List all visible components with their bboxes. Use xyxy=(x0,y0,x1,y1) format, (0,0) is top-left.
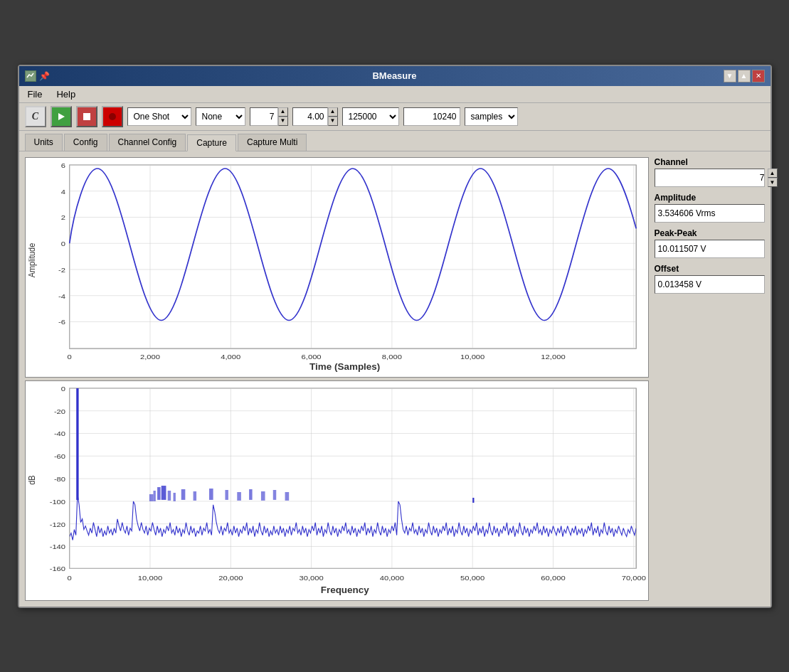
svg-text:6: 6 xyxy=(60,161,65,169)
amplitude-label: Amplitude xyxy=(655,193,765,203)
svg-text:60,000: 60,000 xyxy=(541,573,565,581)
gain-down-button[interactable]: ▼ xyxy=(328,117,338,126)
main-window: 📌 BMeasure ▼ ▲ ✕ File Help C One Shot Co… xyxy=(18,65,772,608)
svg-point-2 xyxy=(109,113,116,120)
window-title: BMeasure xyxy=(372,70,416,81)
svg-rect-90 xyxy=(285,491,289,500)
svg-rect-80 xyxy=(167,491,170,501)
offset-value xyxy=(655,275,765,294)
menu-bar: File Help xyxy=(19,86,771,103)
filter-select[interactable]: None Low Pass High Pass xyxy=(196,107,245,126)
channel-input[interactable] xyxy=(250,107,278,126)
unit-select[interactable]: samples seconds xyxy=(465,107,518,126)
tab-bar: Units Config Channel Config Capture Capt… xyxy=(19,131,771,151)
svg-text:4,000: 4,000 xyxy=(221,352,240,360)
svg-text:4: 4 xyxy=(60,187,65,195)
svg-text:2,000: 2,000 xyxy=(139,352,159,360)
svg-rect-3 xyxy=(69,164,635,348)
svg-rect-81 xyxy=(173,492,175,501)
record-button[interactable] xyxy=(102,106,123,127)
svg-marker-0 xyxy=(58,113,65,120)
svg-text:-120: -120 xyxy=(49,520,65,528)
svg-rect-85 xyxy=(225,490,228,500)
svg-text:-6: -6 xyxy=(58,318,65,326)
svg-text:50,000: 50,000 xyxy=(460,573,484,581)
tab-capture-multi[interactable]: Capture Multi xyxy=(238,134,307,151)
svg-text:dB: dB xyxy=(26,475,36,485)
c-button[interactable]: C xyxy=(25,106,46,127)
svg-text:-80: -80 xyxy=(53,474,65,482)
play-button[interactable] xyxy=(51,106,72,127)
channel-spinner: ▲ ▼ xyxy=(250,107,288,126)
stop-button[interactable] xyxy=(76,106,97,127)
svg-text:-40: -40 xyxy=(53,430,65,437)
gain-up-button[interactable]: ▲ xyxy=(328,107,338,117)
app-icon xyxy=(25,70,36,82)
channel-spinbox-buttons: ▲ ▼ xyxy=(768,169,778,187)
channel-spinbox-down[interactable]: ▼ xyxy=(768,178,778,187)
svg-text:0: 0 xyxy=(67,573,71,581)
svg-rect-87 xyxy=(249,489,252,500)
svg-text:-140: -140 xyxy=(49,543,65,550)
channel-up-button[interactable]: ▲ xyxy=(278,107,288,117)
svg-rect-36 xyxy=(69,388,635,567)
svg-rect-83 xyxy=(193,491,196,500)
svg-text:-60: -60 xyxy=(53,452,65,459)
gain-spinner-buttons: ▲ ▼ xyxy=(328,107,338,126)
svg-text:40,000: 40,000 xyxy=(379,573,403,581)
svg-text:-4: -4 xyxy=(58,292,65,299)
svg-rect-86 xyxy=(237,491,241,500)
svg-rect-79 xyxy=(161,486,166,500)
svg-text:-100: -100 xyxy=(49,497,65,505)
svg-text:10,000: 10,000 xyxy=(137,573,161,581)
channel-spinner-buttons: ▲ ▼ xyxy=(278,107,288,126)
menu-file[interactable]: File xyxy=(22,87,48,101)
tab-capture[interactable]: Capture xyxy=(187,134,236,151)
gain-spinner: ▲ ▼ xyxy=(292,107,338,126)
svg-text:0: 0 xyxy=(60,384,65,392)
title-bar-left: 📌 xyxy=(25,70,50,82)
svg-text:Time (Samples): Time (Samples) xyxy=(309,361,380,371)
svg-text:12,000: 12,000 xyxy=(541,352,565,360)
minimize-button[interactable]: ▼ xyxy=(724,70,736,82)
svg-rect-78 xyxy=(157,487,160,500)
svg-text:70,000: 70,000 xyxy=(621,573,645,581)
time-chart: 6 4 2 0 -2 -4 -6 Amplitude 0 2,000 4,000… xyxy=(25,157,649,378)
channel-section: Channel ▲ ▼ xyxy=(655,157,765,187)
amplitude-value xyxy=(655,204,765,223)
pin-icon: 📌 xyxy=(39,71,50,81)
peak-peak-section: Peak-Peak xyxy=(655,228,765,258)
gain-input[interactable] xyxy=(292,107,328,126)
channel-value-input[interactable] xyxy=(655,173,768,183)
channel-label: Channel xyxy=(655,157,765,167)
svg-rect-77 xyxy=(153,491,155,501)
tab-config[interactable]: Config xyxy=(64,134,107,151)
window-controls: ▼ ▲ ✕ xyxy=(724,70,765,82)
svg-rect-89 xyxy=(272,490,275,500)
freq-chart: 0 -20 -40 -60 -80 -100 -120 -140 -160 dB… xyxy=(25,380,649,601)
svg-text:2: 2 xyxy=(60,213,65,221)
svg-rect-82 xyxy=(181,489,185,500)
svg-text:30,000: 30,000 xyxy=(299,573,323,581)
svg-rect-88 xyxy=(260,491,265,500)
side-panel: Channel ▲ ▼ Amplitude Peak-Peak Offset xyxy=(655,157,765,601)
maximize-button[interactable]: ▲ xyxy=(738,70,751,82)
menu-help[interactable]: Help xyxy=(51,87,81,101)
svg-rect-1 xyxy=(83,113,90,120)
mode-select[interactable]: One Shot Continuous Average xyxy=(127,107,191,126)
close-button[interactable]: ✕ xyxy=(752,70,765,82)
svg-text:0: 0 xyxy=(67,352,71,360)
tab-channel-config[interactable]: Channel Config xyxy=(109,134,186,151)
channel-down-button[interactable]: ▼ xyxy=(278,117,288,126)
amplitude-section: Amplitude xyxy=(655,193,765,223)
svg-text:-2: -2 xyxy=(58,265,65,273)
tab-units[interactable]: Units xyxy=(25,134,63,151)
toolbar: C One Shot Continuous Average None Low P… xyxy=(19,103,771,131)
offset-section: Offset xyxy=(655,264,765,294)
rate-select[interactable]: 125000 62500 31250 xyxy=(342,107,399,126)
svg-text:20,000: 20,000 xyxy=(218,573,243,581)
svg-text:10,000: 10,000 xyxy=(460,352,484,360)
main-content: 6 4 2 0 -2 -4 -6 Amplitude 0 2,000 4,000… xyxy=(19,151,771,607)
samples-input[interactable] xyxy=(403,107,460,126)
channel-spinbox-up[interactable]: ▲ xyxy=(768,169,778,178)
